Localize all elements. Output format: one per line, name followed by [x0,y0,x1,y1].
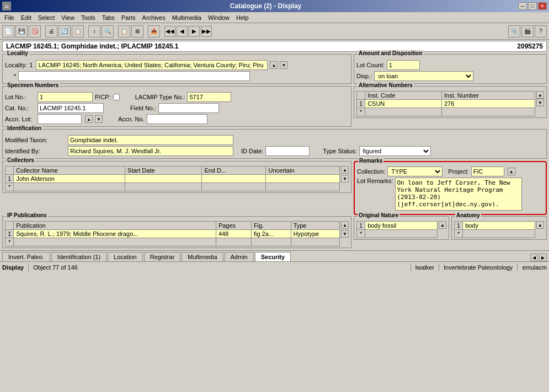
toolbar-form[interactable]: 📋 [118,25,130,37]
lot-no-input[interactable] [38,92,93,102]
menu-view[interactable]: View [58,13,78,22]
lot-remarks-textarea[interactable]: On loan to Jeff Corser, The New York Nat… [395,178,522,211]
toolbar-help[interactable]: ? [535,25,547,37]
pub-pages-cell[interactable]: 448 [216,230,251,238]
cat-no-input[interactable] [38,103,104,113]
inst-code-cell[interactable]: CSUN [365,100,442,108]
minimize-button[interactable]: ─ [518,2,527,10]
collector-name-empty[interactable] [14,183,125,191]
tab-registrar[interactable]: Registrar [144,252,181,261]
tab-invert-paleo[interactable]: Invert. Paleo. [2,252,50,261]
anatomy-empty[interactable] [463,230,535,238]
tab-scroll-left[interactable]: ◀ [530,254,538,261]
toolbar-cancel[interactable]: 🚫 [29,25,41,37]
toolbar-sort[interactable]: ↕ [88,25,100,37]
status-divider-1 [28,264,29,271]
start-date-cell[interactable] [125,175,202,183]
locality-scroll-down[interactable]: ▼ [280,61,287,69]
tab-location[interactable]: Location [108,252,143,261]
menu-parts[interactable]: Parts [118,13,139,22]
restore-button[interactable]: □ [528,2,537,10]
pub-publication-cell[interactable]: Squires, R. L.; 1979; Middle Pliocene dr… [14,230,216,238]
toolbar-export[interactable]: 📤 [148,25,160,37]
record-title-text: LACMIP 16245.1; Gomphidae indet.; IPLACM… [6,42,178,50]
tab-admin[interactable]: Admin [225,252,254,261]
pub-pub-empty[interactable] [14,238,216,246]
menu-window[interactable]: Window [205,13,233,22]
project-scroll[interactable]: ▲ [508,168,515,175]
uncertain-empty[interactable] [266,183,340,191]
locality-input[interactable] [36,60,268,70]
menu-file[interactable]: File [1,13,18,22]
nav-prev[interactable]: ◀ [177,26,188,37]
project-input[interactable] [471,167,504,176]
close-button[interactable]: ✕ [538,2,547,10]
collector-name-cell[interactable]: John Alderson [14,175,125,183]
anatomy-cell[interactable]: body [463,222,535,230]
toolbar-search[interactable]: 🔍 [102,25,114,37]
row-num-star: * [455,230,463,238]
locality-scroll-up[interactable]: ▲ [270,61,278,69]
alt-num-scroll-up[interactable]: ▲ [536,91,544,99]
menu-multimedia[interactable]: Multimedia [169,13,205,22]
start-date-empty[interactable] [125,183,202,191]
nav-first[interactable]: ◀◀ [164,26,175,37]
inst-number-cell[interactable]: 276 [442,100,535,108]
pub-pages-empty[interactable] [216,238,251,246]
toolbar-table[interactable]: ⊞ [131,25,143,37]
collectors-scroll-down[interactable]: ▼ [341,175,349,182]
anatomy-scroll[interactable]: ▲ [536,221,544,229]
pub-fig-cell[interactable]: fig 2a... [251,230,291,238]
toolbar-save[interactable]: 💾 [15,25,28,37]
end-date-empty[interactable] [202,183,266,191]
alt-num-scroll-down[interactable]: ▼ [536,99,544,106]
pub-fig-empty[interactable] [251,238,291,246]
toolbar-attach[interactable]: 📎 [508,25,520,37]
toolbar-refresh[interactable]: 🔄 [58,25,71,37]
lot-count-input[interactable] [387,60,420,70]
pub-scroll-down[interactable]: ▼ [341,230,349,238]
type-status-select[interactable]: figured [359,146,431,156]
tab-scroll-right[interactable]: ▶ [539,254,547,261]
menu-tools[interactable]: Tools [78,13,99,22]
toolbar-print[interactable]: 🖨 [45,25,57,37]
accn-lot-scroll-down[interactable]: ▼ [95,115,103,123]
toolbar-media[interactable]: 🎬 [521,25,534,37]
tab-identification[interactable]: Identification (1) [51,252,106,261]
uncertain-cell[interactable] [266,175,340,183]
menu-archives[interactable]: Archives [139,13,169,22]
pcp-checkbox[interactable] [113,94,120,100]
tab-multimedia[interactable]: Multimedia [182,252,223,261]
accn-lot-scroll-up[interactable]: ▲ [85,115,93,123]
lacmip-type-input[interactable] [187,92,231,102]
modified-taxon-input[interactable] [68,135,233,145]
menu-tabs[interactable]: Tabs [99,13,118,22]
menu-select[interactable]: Select [35,13,58,22]
accn-no-input[interactable] [147,114,207,124]
toolbar-copy[interactable]: 📋 [72,25,84,37]
pub-type-cell[interactable]: Hypotype [291,230,339,238]
end-date-cell[interactable] [202,175,266,183]
disp-select[interactable]: on loan [374,71,473,81]
collection-select[interactable]: TYPE [387,167,443,176]
pub-type-empty[interactable] [291,238,339,246]
field-no-input[interactable] [158,103,219,113]
modified-taxon-label: Modified Taxon: [5,137,66,143]
locality-extra-input[interactable] [18,71,250,81]
inst-code-empty[interactable] [365,108,442,116]
accn-lot-input[interactable] [38,114,82,124]
orig-nature-scroll[interactable]: ▲ [439,221,446,229]
menu-help[interactable]: Help [233,13,252,22]
orig-nature-cell[interactable]: body fossil [365,222,438,230]
nav-next[interactable]: ▶ [189,26,200,37]
identified-by-input[interactable] [68,146,233,156]
toolbar-new[interactable]: 📄 [2,25,14,37]
menu-edit[interactable]: Edit [18,13,35,22]
tab-security[interactable]: Security [255,252,291,261]
orig-nature-empty[interactable] [365,230,438,238]
nav-last[interactable]: ▶▶ [201,26,212,37]
id-date-input[interactable] [265,146,310,156]
collectors-scroll-up[interactable]: ▲ [341,166,349,174]
inst-number-empty[interactable] [442,108,535,116]
pub-scroll-up[interactable]: ▲ [341,221,349,229]
